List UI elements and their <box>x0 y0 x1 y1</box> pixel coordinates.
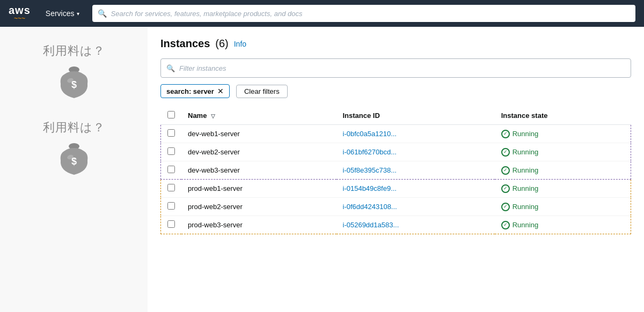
page-title: Instances <box>160 38 210 50</box>
status-text: Running <box>513 184 538 192</box>
row-id-cell: i-05269dd1a583... <box>336 216 495 234</box>
status-check-icon <box>501 148 510 157</box>
instances-table: Name ▽ Instance ID Instance state dev-we… <box>160 107 631 234</box>
filter-tag-text: search: server <box>166 87 214 95</box>
left-panel: 利用料は？ $ 利用料は？ <box>0 27 148 312</box>
status-check-icon <box>501 130 510 138</box>
row-id-cell: i-061bf6270bcd... <box>336 143 495 161</box>
aws-logo-text: aws <box>9 5 31 16</box>
search-placeholder: Search for services, features, marketpla… <box>111 10 303 18</box>
svg-text:$: $ <box>71 79 76 90</box>
status-running: Running <box>501 221 624 229</box>
active-filter-tag[interactable]: search: server ✕ <box>160 84 230 98</box>
instance-id-link[interactable]: i-061bf6270bcd... <box>343 148 397 156</box>
row-name-cell: prod-web3-server <box>181 216 336 234</box>
cost-label-1: 利用料は？ <box>43 43 105 59</box>
row-name-cell: prod-web1-server <box>181 180 336 198</box>
status-text: Running <box>513 203 538 211</box>
select-all-checkbox[interactable] <box>167 111 175 118</box>
row-state-cell: Running <box>495 125 631 143</box>
search-icon: 🔍 <box>98 9 107 18</box>
status-check-icon <box>501 221 510 229</box>
row-name-cell: dev-web1-server <box>181 125 336 143</box>
chevron-down-icon: ▾ <box>77 11 79 17</box>
row-state-cell: Running <box>495 143 631 161</box>
filter-placeholder: Filter instances <box>179 64 226 72</box>
header-instance-state[interactable]: Instance state <box>495 107 631 125</box>
status-running: Running <box>501 148 624 157</box>
top-navigation: aws ~~~ Services ▾ 🔍 Search for services… <box>0 0 644 27</box>
row-id-cell: i-0f6dd4243108... <box>336 198 495 216</box>
table-row: dev-web3-server i-05f8e395c738... Runnin… <box>161 161 631 180</box>
filter-tag-close-icon[interactable]: ✕ <box>217 87 224 95</box>
instance-id-link[interactable]: i-05f8e395c738... <box>343 166 397 174</box>
row-state-cell: Running <box>495 161 631 180</box>
row-state-cell: Running <box>495 198 631 216</box>
row-checkbox[interactable] <box>167 184 175 191</box>
active-filters: search: server ✕ Clear filters <box>160 84 631 98</box>
row-state-cell: Running <box>495 216 631 234</box>
services-label: Services <box>46 9 75 18</box>
row-checkbox-cell[interactable] <box>161 125 182 143</box>
instance-id-link[interactable]: i-05269dd1a583... <box>343 221 399 229</box>
instance-id-link[interactable]: i-0bfc0a5a1210... <box>343 130 397 138</box>
status-running: Running <box>501 166 624 175</box>
row-checkbox-cell[interactable] <box>161 216 182 234</box>
money-bag-2: $ <box>55 140 93 180</box>
row-name-cell: dev-web2-server <box>181 143 336 161</box>
row-checkbox-cell[interactable] <box>161 161 182 180</box>
row-checkbox[interactable] <box>167 129 175 137</box>
status-running: Running <box>501 203 624 211</box>
status-text: Running <box>513 130 538 138</box>
aws-logo: aws ~~~ <box>9 5 31 22</box>
sort-icon: ▽ <box>211 113 215 119</box>
cost-label-2: 利用料は？ <box>43 120 105 136</box>
header-name[interactable]: Name ▽ <box>181 107 336 125</box>
table-row: prod-web2-server i-0f6dd4243108... Runni… <box>161 198 631 216</box>
row-checkbox-cell[interactable] <box>161 143 182 161</box>
status-check-icon <box>501 203 510 211</box>
row-name-cell: prod-web2-server <box>181 198 336 216</box>
row-state-cell: Running <box>495 180 631 198</box>
status-check-icon <box>501 184 510 193</box>
cost-section-2: 利用料は？ $ <box>11 120 137 180</box>
status-running: Running <box>501 130 624 138</box>
table-header-row: Name ▽ Instance ID Instance state <box>161 107 631 125</box>
filter-search-icon: 🔍 <box>166 64 175 72</box>
svg-text:$: $ <box>71 156 76 167</box>
status-running: Running <box>501 184 624 193</box>
filter-bar[interactable]: 🔍 Filter instances <box>160 58 631 78</box>
header-checkbox-col <box>161 107 182 125</box>
services-menu-button[interactable]: Services ▾ <box>39 6 86 21</box>
main-layout: 利用料は？ $ 利用料は？ <box>0 27 644 312</box>
table-row: prod-web1-server i-0154b49c8fe9... Runni… <box>161 180 631 198</box>
row-checkbox[interactable] <box>167 147 175 155</box>
row-checkbox[interactable] <box>167 166 175 173</box>
status-text: Running <box>513 166 538 174</box>
status-text: Running <box>513 148 538 156</box>
row-name-cell: dev-web3-server <box>181 161 336 180</box>
status-text: Running <box>513 221 538 229</box>
info-link[interactable]: Info <box>234 40 246 48</box>
header-instance-id[interactable]: Instance ID <box>336 107 495 125</box>
cost-section-1: 利用料は？ $ <box>11 43 137 103</box>
money-bag-1: $ <box>55 63 93 103</box>
content-area: Instances (6) Info 🔍 Filter instances se… <box>148 27 644 312</box>
table-row: prod-web3-server i-05269dd1a583... Runni… <box>161 216 631 234</box>
row-checkbox[interactable] <box>167 202 175 210</box>
row-checkbox-cell[interactable] <box>161 198 182 216</box>
row-checkbox-cell[interactable] <box>161 180 182 198</box>
row-id-cell: i-05f8e395c738... <box>336 161 495 180</box>
row-id-cell: i-0154b49c8fe9... <box>336 180 495 198</box>
global-search-bar[interactable]: 🔍 Search for services, features, marketp… <box>92 5 636 22</box>
table-row: dev-web1-server i-0bfc0a5a1210... Runnin… <box>161 125 631 143</box>
aws-smile-icon: ~~~ <box>14 14 25 22</box>
instance-id-link[interactable]: i-0f6dd4243108... <box>343 203 397 211</box>
status-check-icon <box>501 166 510 175</box>
instance-id-link[interactable]: i-0154b49c8fe9... <box>343 184 397 192</box>
row-id-cell: i-0bfc0a5a1210... <box>336 125 495 143</box>
row-checkbox[interactable] <box>167 220 175 228</box>
instance-count: (6) <box>215 38 228 50</box>
table-row: dev-web2-server i-061bf6270bcd... Runnin… <box>161 143 631 161</box>
clear-filters-button[interactable]: Clear filters <box>236 85 288 98</box>
